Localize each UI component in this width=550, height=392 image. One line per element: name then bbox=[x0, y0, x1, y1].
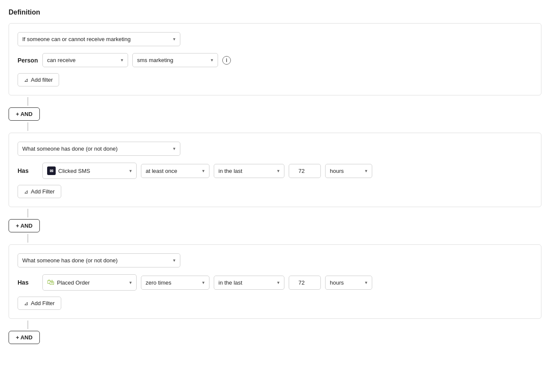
condition-type-label-3: What someone has done (or not done) bbox=[22, 257, 118, 264]
has-row-2: Has 🛍 Placed Order ▾ zero times ▾ in the… bbox=[18, 274, 532, 291]
connector-4 bbox=[9, 234, 541, 243]
event-dropdown-2[interactable]: 🛍 Placed Order ▾ bbox=[42, 274, 137, 291]
and-button-3[interactable]: + AND bbox=[9, 331, 40, 344]
condition-block-1: If someone can or cannot receive marketi… bbox=[9, 23, 541, 95]
and-button-2[interactable]: + AND bbox=[9, 219, 40, 232]
time-unit-dropdown-1[interactable]: hours ▾ bbox=[325, 164, 372, 178]
condition-type-dropdown-3[interactable]: What someone has done (or not done) ▾ bbox=[18, 253, 180, 267]
connector-3 bbox=[9, 209, 541, 217]
time-value-input-2[interactable] bbox=[289, 276, 321, 290]
person-row-label: Person bbox=[18, 57, 38, 64]
add-filter-label-1: Add filter bbox=[31, 77, 53, 83]
add-filter-label-2: Add Filter bbox=[31, 188, 55, 195]
can-receive-label: can receive bbox=[47, 57, 75, 63]
chevron-down-icon-7: ▾ bbox=[277, 168, 280, 174]
condition-type-dropdown-1[interactable]: If someone can or cannot receive marketi… bbox=[18, 32, 180, 46]
chevron-down-icon-12: ▾ bbox=[277, 280, 280, 285]
connector-5 bbox=[9, 321, 541, 329]
sms-event-icon: ✉ bbox=[47, 166, 56, 175]
time-unit-dropdown-2[interactable]: hours ▾ bbox=[325, 276, 372, 290]
time-qualifier-label-1: in the last bbox=[218, 168, 242, 174]
chevron-down-icon-6: ▾ bbox=[202, 168, 205, 174]
and-button-container-2: + AND bbox=[9, 219, 541, 232]
marketing-type-label: sms marketing bbox=[137, 57, 173, 63]
chevron-down-icon-3: ▾ bbox=[211, 57, 213, 63]
add-filter-button-1[interactable]: ⊿ Add filter bbox=[18, 73, 59, 86]
person-row: Person can receive ▾ sms marketing ▾ i bbox=[18, 53, 532, 67]
time-qualifier-label-2: in the last bbox=[218, 279, 242, 286]
time-qualifier-dropdown-2[interactable]: in the last ▾ bbox=[214, 276, 284, 290]
connector-2 bbox=[9, 122, 541, 131]
filter-icon-3: ⊿ bbox=[24, 300, 28, 306]
condition-type-dropdown-2[interactable]: What someone has done (or not done) ▾ bbox=[18, 142, 180, 156]
frequency-label-1: at least once bbox=[146, 168, 177, 174]
condition-block-2: What someone has done (or not done) ▾ Ha… bbox=[9, 133, 541, 207]
time-unit-label-2: hours bbox=[330, 279, 344, 286]
frequency-dropdown-1[interactable]: at least once ▾ bbox=[141, 164, 209, 178]
chevron-down-icon-1: ▾ bbox=[173, 36, 176, 42]
chevron-down-icon-8: ▾ bbox=[365, 168, 368, 174]
page-title: Definition bbox=[9, 9, 541, 16]
shopify-icon: 🛍 bbox=[47, 278, 54, 287]
and-button-container-1: + AND bbox=[9, 107, 541, 121]
chevron-down-icon-10: ▾ bbox=[129, 280, 132, 285]
has-row-label-1: Has bbox=[18, 167, 38, 174]
can-receive-dropdown[interactable]: can receive ▾ bbox=[42, 53, 128, 67]
filter-icon-2: ⊿ bbox=[24, 189, 28, 195]
frequency-label-2: zero times bbox=[146, 279, 171, 286]
chevron-down-icon-2: ▾ bbox=[121, 57, 123, 63]
has-row-1: Has ✉ Clicked SMS ▾ at least once ▾ in t… bbox=[18, 163, 532, 179]
and-button-1[interactable]: + AND bbox=[9, 107, 40, 121]
time-unit-label-1: hours bbox=[330, 168, 344, 174]
has-row-label-2: Has bbox=[18, 279, 38, 286]
condition-type-label-2: What someone has done (or not done) bbox=[22, 146, 118, 152]
marketing-type-dropdown[interactable]: sms marketing ▾ bbox=[132, 53, 218, 67]
chevron-down-icon-11: ▾ bbox=[202, 280, 205, 285]
chevron-down-icon-13: ▾ bbox=[365, 280, 368, 285]
time-qualifier-dropdown-1[interactable]: in the last ▾ bbox=[214, 164, 284, 178]
add-filter-button-2[interactable]: ⊿ Add Filter bbox=[18, 185, 61, 198]
add-filter-button-3[interactable]: ⊿ Add Filter bbox=[18, 297, 61, 310]
chevron-down-icon-9: ▾ bbox=[173, 258, 176, 263]
event-label-1: Clicked SMS bbox=[58, 168, 90, 174]
event-label-2: Placed Order bbox=[57, 279, 90, 286]
info-icon[interactable]: i bbox=[222, 56, 231, 65]
filter-icon-1: ⊿ bbox=[24, 77, 28, 83]
event-dropdown-1[interactable]: ✉ Clicked SMS ▾ bbox=[42, 163, 137, 179]
condition-block-3: What someone has done (or not done) ▾ Ha… bbox=[9, 244, 541, 319]
add-filter-label-3: Add Filter bbox=[31, 300, 55, 306]
chevron-down-icon-4: ▾ bbox=[173, 146, 176, 151]
time-value-input-1[interactable] bbox=[289, 164, 321, 178]
connector-1 bbox=[9, 97, 541, 106]
frequency-dropdown-2[interactable]: zero times ▾ bbox=[141, 276, 209, 290]
chevron-down-icon-5: ▾ bbox=[129, 168, 132, 174]
condition-type-label-1: If someone can or cannot receive marketi… bbox=[22, 36, 131, 42]
